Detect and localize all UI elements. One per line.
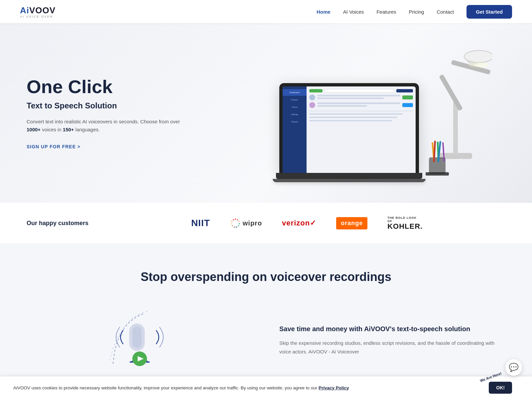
laptop-text-line xyxy=(317,97,384,99)
section-stop-left xyxy=(27,304,253,377)
laptop-text-line xyxy=(309,113,403,115)
cookie-ok-button[interactable]: OK! xyxy=(489,382,512,394)
hero-subtitle: Text to Speech Solution xyxy=(27,101,193,110)
laptop-sidebar-item: Projects xyxy=(283,96,307,103)
laptop-text-line xyxy=(309,117,397,118)
hero-cta-link[interactable]: SIGN UP FOR FREE > xyxy=(27,144,80,149)
laptop-base xyxy=(276,173,422,179)
mic-graphic xyxy=(103,304,176,377)
laptop-text-line xyxy=(317,105,367,107)
chat-icon: 💬 xyxy=(509,363,519,372)
svg-point-23 xyxy=(231,221,232,222)
feature-title: Save time and money with AiVOOV's text-t… xyxy=(279,325,505,333)
svg-point-6 xyxy=(469,62,489,67)
navbar: AiVOOV AI VOICE OVER Home AI Voices Feat… xyxy=(0,0,532,23)
laptop-sidebar: Dashboard Projects Voices Settings Suppo… xyxy=(283,86,307,173)
chat-bubble[interactable]: 💬 xyxy=(505,359,522,376)
laptop-bottom-bar xyxy=(273,179,426,182)
customers-label: Our happy customers xyxy=(27,220,88,227)
hero-left: One Click Text to Speech Solution Conver… xyxy=(27,76,193,150)
laptop-main-content xyxy=(307,86,416,173)
laptop-sidebar-item: Voices xyxy=(283,104,307,110)
hero-title: One Click xyxy=(27,76,193,97)
laptop-sidebar-item: Settings xyxy=(283,111,307,118)
customers-logos: NIIT wipro veriz xyxy=(108,216,505,230)
penholder-illustration xyxy=(426,139,449,176)
get-started-button[interactable]: Get Started xyxy=(466,5,512,19)
stop-overspending-section: Stop overspending on voiceover recording… xyxy=(0,243,532,397)
logo-subtitle: AI VOICE OVER xyxy=(20,15,56,18)
logo-voov: VOOV xyxy=(29,5,56,15)
hero-right: Dashboard Projects Voices Settings Suppo… xyxy=(193,43,505,183)
laptop-avatar xyxy=(309,94,315,100)
customer-wipro: wipro xyxy=(230,218,262,228)
laptop-sidebar-item: Dashboard xyxy=(283,89,307,96)
customers-section: Our happy customers NIIT xyxy=(0,203,532,243)
nav-features[interactable]: Features xyxy=(376,9,396,15)
nav-ai-voices[interactable]: AI Voices xyxy=(343,9,364,15)
laptop-convert-button xyxy=(396,89,413,92)
svg-point-17 xyxy=(239,223,240,224)
logo[interactable]: AiVOOV AI VOICE OVER xyxy=(20,5,56,18)
customer-niit: NIIT xyxy=(191,218,210,228)
svg-point-20 xyxy=(234,226,235,228)
laptop-text-input xyxy=(325,89,394,92)
hero-description: Convert text into realistic AI voiceover… xyxy=(27,118,193,134)
cookie-banner: AiVOOV uses cookies to provide necessary… xyxy=(0,376,532,397)
svg-point-15 xyxy=(237,219,238,220)
laptop-sidebar-item: Support xyxy=(283,118,307,125)
nav-contact[interactable]: Contact xyxy=(437,9,454,15)
section-stop-content: Save time and money with AiVOOV's text-t… xyxy=(27,304,505,377)
laptop-status-indicator xyxy=(309,89,323,92)
laptop-mockup: Dashboard Projects Voices Settings Suppo… xyxy=(279,83,419,183)
svg-point-16 xyxy=(238,221,240,222)
svg-rect-26 xyxy=(132,327,142,348)
svg-point-5 xyxy=(464,51,492,63)
nav-links: Home AI Voices Features Pricing Contact … xyxy=(317,5,512,19)
hero-section: One Click Text to Speech Solution Conver… xyxy=(0,23,532,203)
svg-point-18 xyxy=(238,225,239,226)
svg-point-21 xyxy=(232,225,233,226)
svg-point-14 xyxy=(235,218,236,220)
feature-desc: Skip the expensive recording studios, en… xyxy=(279,339,505,356)
laptop-play-button xyxy=(402,95,413,99)
laptop-play-button xyxy=(402,103,413,107)
section-stop-right: Save time and money with AiVOOV's text-t… xyxy=(279,325,505,356)
svg-point-24 xyxy=(233,219,234,220)
cookie-text: AiVOOV uses cookies to provide necessary… xyxy=(13,385,482,390)
section-stop-title: Stop overspending on voiceover recording… xyxy=(27,270,505,284)
nav-home[interactable]: Home xyxy=(317,9,331,15)
svg-point-22 xyxy=(231,223,232,224)
logo-ai: Ai xyxy=(20,5,29,15)
laptop-text-line xyxy=(309,120,392,121)
laptop-avatar xyxy=(309,102,315,108)
privacy-policy-link[interactable]: Privacy Policy xyxy=(319,385,349,390)
customer-orange: orange xyxy=(336,217,367,229)
nav-pricing[interactable]: Pricing xyxy=(409,9,424,15)
svg-rect-2 xyxy=(439,74,463,111)
svg-point-19 xyxy=(236,226,237,228)
laptop-text-line xyxy=(317,102,400,104)
svg-rect-7 xyxy=(429,157,446,174)
customer-kohler: THE BOLD LOOK OF KOHLER. xyxy=(387,216,423,230)
customer-verizon: verizon✓ xyxy=(282,219,316,227)
laptop-text-line xyxy=(317,95,400,96)
wipro-logo-icon xyxy=(230,218,241,228)
svg-rect-13 xyxy=(426,172,449,176)
